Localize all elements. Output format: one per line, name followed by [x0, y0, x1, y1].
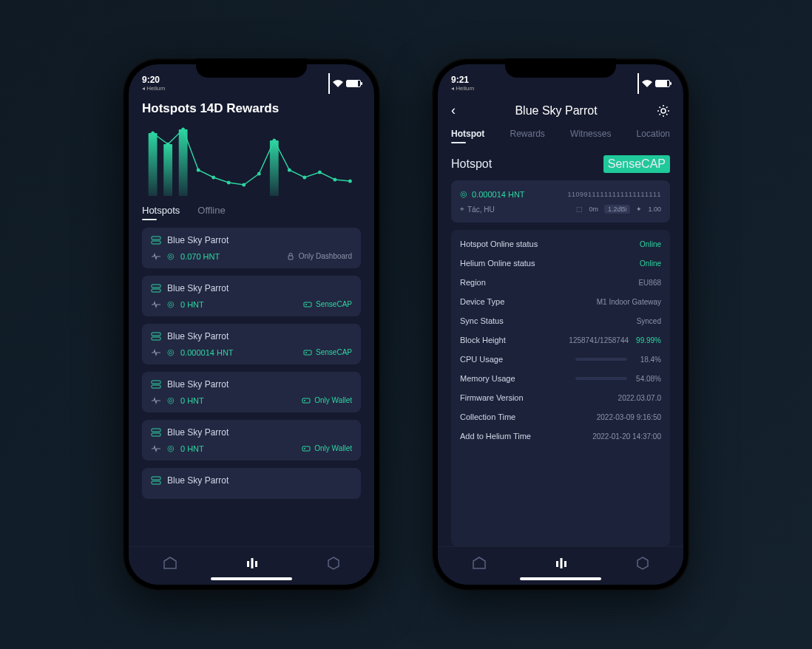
detail-row: Sync StatusSynced [460, 311, 661, 330]
detail-row: CPU Usage 18.4% [460, 350, 661, 369]
details-panel[interactable]: Hotspot Online statusOnlineHelium Online… [451, 230, 670, 546]
tab-rewards[interactable]: Rewards [510, 129, 545, 143]
svg-rect-19 [152, 241, 160, 244]
battery-icon [655, 80, 670, 87]
back-to-app[interactable]: ◂ Helium [142, 86, 165, 92]
back-to-app[interactable]: ◂ Helium [451, 86, 474, 92]
tag-icon [302, 444, 311, 453]
detail-row: RegionEU868 [460, 273, 661, 292]
list-tabs: Hotspots Offline [142, 205, 361, 220]
hotspot-card[interactable]: Blue Sky Parrot ◎ 0.070 HNT Only Dashboa… [142, 228, 361, 268]
hotspot-name: Blue Sky Parrot [167, 475, 229, 486]
progress-value: 54.08% [633, 375, 661, 383]
svg-rect-37 [152, 477, 160, 480]
rewards-chart[interactable] [142, 122, 361, 196]
tag-label: Only Wallet [314, 444, 352, 452]
hotspot-name: Blue Sky Parrot [167, 283, 229, 293]
wallet-address[interactable]: 11099111111111111111111 [567, 191, 661, 198]
phone-left: 9:20 ◂ Helium Hotspots 14D Rewards [123, 58, 380, 591]
svg-rect-34 [152, 433, 160, 436]
svg-point-6 [181, 128, 185, 132]
detail-row: Memory Usage 54.08% [460, 369, 661, 388]
scale-value: 1.00 [648, 205, 661, 213]
back-button[interactable]: ‹ [451, 103, 456, 118]
hnt-value: 0.000014 HNT [180, 348, 234, 357]
detail-value: 2022.03.07.0 [618, 394, 661, 402]
svg-rect-25 [152, 333, 160, 336]
detail-label: Memory Usage [460, 374, 515, 383]
phone-right: 9:21 ◂ Helium ‹ Blue Sky Parrot HotspotR… [432, 58, 689, 591]
svg-rect-0 [149, 133, 158, 196]
hnt-icon: ◎ [167, 299, 175, 309]
detail-label: Sync Status [460, 316, 504, 325]
svg-point-28 [305, 352, 307, 353]
detail-value: EU868 [638, 279, 661, 287]
hotspot-list[interactable]: Blue Sky Parrot ◎ 0.070 HNT Only Dashboa… [142, 228, 361, 546]
device-icon [151, 284, 161, 293]
hnt-icon: ◎ [167, 444, 175, 453]
wifi-icon [333, 80, 343, 87]
tab-location[interactable]: Location [637, 129, 670, 143]
device-icon [151, 332, 161, 341]
tab-offline[interactable]: Offline [197, 205, 225, 220]
hotspot-name: Blue Sky Parrot [167, 379, 229, 390]
header-title: Blue Sky Parrot [515, 104, 597, 118]
detail-row: Helium Online statusOnline [460, 254, 661, 273]
activity-icon [151, 349, 161, 356]
device-icon [151, 380, 161, 389]
tab-hotspot[interactable]: Hotspot [451, 129, 484, 143]
svg-rect-31 [302, 398, 310, 403]
hotspot-card[interactable]: Blue Sky Parrot ◎ 0.000014 HNT SenseCAP [142, 324, 361, 364]
svg-rect-41 [255, 561, 257, 567]
detail-label: Block Height [460, 336, 506, 344]
device-icon [151, 428, 161, 437]
tag-label: Only Dashboard [299, 252, 352, 260]
svg-rect-38 [152, 481, 160, 484]
battery-icon [346, 80, 361, 87]
progress-track [575, 377, 627, 380]
sensecap-badge: SenseCAP [603, 155, 670, 173]
progress-value: 18.4% [633, 356, 661, 364]
svg-point-15 [318, 171, 322, 174]
hotspot-card[interactable]: Blue Sky Parrot ◎ 0 HNT SenseCAP [142, 276, 361, 316]
svg-point-9 [227, 181, 231, 185]
nav-hotspots-icon[interactable] [245, 557, 260, 570]
svg-rect-18 [152, 237, 160, 239]
detail-label: Firmware Version [460, 393, 524, 402]
nav-wallet-icon[interactable] [472, 557, 487, 570]
hnt-icon: ◎ [167, 347, 175, 357]
svg-point-32 [304, 400, 305, 401]
nav-hotspots-icon[interactable] [554, 557, 569, 570]
nav-settings-icon[interactable] [327, 557, 340, 570]
svg-rect-29 [152, 381, 160, 384]
hotspot-name: Blue Sky Parrot [167, 235, 229, 245]
hotspot-card[interactable]: Blue Sky Parrot ◎ 0 HNT Only Wallet [142, 372, 361, 412]
status-icons [637, 73, 670, 94]
nav-settings-icon[interactable] [636, 557, 649, 570]
home-indicator[interactable] [211, 577, 292, 580]
tag-icon [303, 300, 312, 309]
hotspot-card[interactable]: Blue Sky Parrot ◎ 0 HNT Only Wallet [142, 420, 361, 461]
hotspot-card[interactable]: Blue Sky Parrot [142, 468, 361, 499]
page-title: Hotspots 14D Rewards [142, 101, 361, 116]
svg-marker-42 [328, 557, 339, 569]
home-indicator[interactable] [520, 577, 601, 580]
signal-icon [637, 73, 639, 94]
device-icon [151, 236, 161, 245]
tag-icon [286, 252, 295, 261]
gear-icon[interactable] [657, 104, 670, 118]
signal-icon [328, 73, 330, 94]
status-icons [328, 73, 361, 94]
activity-icon [151, 397, 161, 404]
svg-rect-46 [564, 561, 566, 567]
tab-witnesses[interactable]: Witnesses [570, 129, 611, 143]
detail-label: Helium Online status [460, 259, 535, 268]
svg-point-16 [333, 178, 336, 182]
activity-icon [151, 445, 161, 452]
status-time: 9:21 [451, 75, 474, 84]
nav-wallet-icon[interactable] [163, 557, 177, 570]
detail-value: 2022-01-20 14:37:00 [592, 432, 661, 441]
tab-hotspots[interactable]: Hotspots [142, 205, 180, 220]
scale-icon: ✦ [636, 205, 642, 213]
detail-label: CPU Usage [460, 355, 503, 364]
